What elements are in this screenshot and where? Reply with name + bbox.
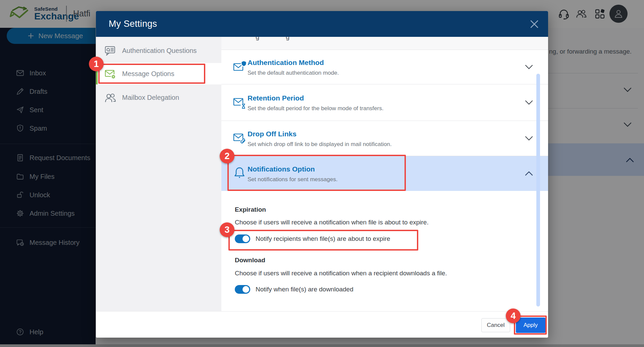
annotation-badge-4: 4 [506,308,521,323]
dialog-header: My Settings [96,11,548,37]
people-icon [104,91,116,103]
modal-scrollbar-thumb[interactable] [536,74,540,306]
dialog-title: My Settings [109,19,157,29]
accordion-subtitle: Set the default period for the below mod… [248,105,383,112]
chevron-down-icon [525,136,533,141]
nav-item-message-options[interactable]: Message Options [96,63,221,84]
accordion-authentication-method[interactable]: Authentication Method Set the default au… [221,50,548,84]
expiration-toggle-label: Notify recipients when file(s) are about… [256,235,390,242]
envelope-paperclip-icon [233,131,246,145]
accordion-title: Drop Off Links [248,130,297,138]
cancel-button[interactable]: Cancel [481,318,510,332]
accordion-notifications-option[interactable]: Notifications Option Set notifications f… [221,156,548,191]
nav-item-label: Message Options [122,70,174,78]
dialog-footer: Cancel Apply [96,311,548,338]
accordion-title: Authentication Method [248,59,324,67]
accordion-subtitle: Set which drop off link to be displayed … [248,141,392,148]
my-settings-dialog: My Settings Authenticatio [96,11,548,338]
toggle-knob [243,235,249,242]
accordion-subtitle: Set the default authentication mode. [248,70,339,76]
expiration-description: Choose if users will receive a notificat… [235,219,429,226]
chevron-down-icon [525,64,533,70]
dialog-body: Authentication Questions Message Options [96,37,548,311]
nav-item-authentication-questions[interactable]: Authentication Questions [96,39,221,62]
chevron-up-icon [525,171,533,176]
toggle-knob [243,286,249,293]
apply-button[interactable]: Apply [516,318,545,333]
clipped-descender: g [256,37,259,41]
annotation-badge-2: 2 [220,149,234,163]
annotation-badge-1: 1 [89,57,104,71]
download-toggle[interactable] [235,285,250,294]
download-toggle-label: Notify when file(s) are downloaded [256,286,354,293]
annotation-badge-3: 3 [220,222,234,237]
bell-icon [233,166,246,180]
nav-item-label: Authentication Questions [122,47,197,55]
envelope-shield-icon [233,60,246,74]
envelope-gear-icon [104,68,116,80]
accordion-title: Notifications Option [248,165,315,173]
settings-nav: Authentication Questions Message Options [96,37,221,311]
chevron-down-icon [525,100,533,105]
download-toggle-row: Notify when file(s) are downloaded [235,285,354,294]
accordion-drop-off-links[interactable]: Drop Off Links Set which drop off link t… [221,121,548,156]
accordion-subtitle: Set notifications for sent messages. [248,176,337,183]
download-heading: Download [235,257,265,264]
expiration-toggle[interactable] [235,234,250,243]
close-icon[interactable] [529,18,540,30]
question-bubble-icon [104,45,116,57]
envelope-hourglass-icon [233,96,246,109]
accordion-retention-period[interactable]: Retention Period Set the default period … [221,84,548,121]
download-description: Choose if users will receive a notificat… [235,270,447,277]
scrolled-clipped-row[interactable]: g g [221,37,548,50]
nav-item-mailbox-delegation[interactable]: Mailbox Delegation [96,87,221,108]
nav-item-label: Mailbox Delegation [122,94,179,101]
clipped-descender: g [286,37,289,41]
expiration-toggle-row: Notify recipients when file(s) are about… [235,234,390,243]
app-root: SafeSend Exchange Hatfi [0,0,644,347]
expiration-heading: Expiration [235,206,266,213]
settings-content: g g Authentication Method Set the [221,37,548,311]
accordion-title: Retention Period [248,94,304,102]
